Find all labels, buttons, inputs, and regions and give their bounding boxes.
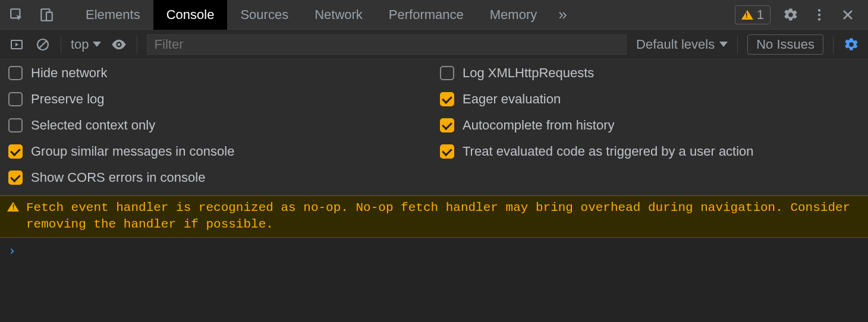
level-label: Default levels — [636, 37, 715, 52]
live-expression-icon[interactable] — [111, 36, 127, 53]
setting-label: Treat evaluated code as triggered by a u… — [463, 144, 754, 159]
setting-label: Group similar messages in console — [31, 144, 234, 159]
setting-label: Preserve log — [31, 91, 105, 107]
setting-show-cors-errors[interactable]: Show CORS errors in console — [8, 170, 428, 185]
setting-autocomplete-history[interactable]: Autocomplete from history — [440, 118, 860, 133]
tab-label: Console — [166, 7, 215, 23]
svg-point-5 — [818, 18, 820, 20]
setting-group-similar[interactable]: Group similar messages in console — [8, 144, 428, 159]
svg-rect-2 — [46, 12, 52, 20]
tab-network[interactable]: Network — [301, 0, 376, 30]
tabbar-right: 1 — [735, 5, 868, 24]
svg-line-11 — [39, 41, 46, 48]
prompt-symbol: › — [8, 244, 16, 258]
tab-elements[interactable]: Elements — [73, 0, 153, 30]
toolbar-separator — [833, 36, 834, 53]
setting-log-xhr[interactable]: Log XMLHttpRequests — [440, 65, 860, 81]
warning-count: 1 — [757, 7, 764, 23]
tab-label: Network — [315, 7, 363, 23]
devtools-tabbar: Elements Console Sources Network Perform… — [0, 0, 868, 30]
tab-label: Memory — [490, 7, 537, 23]
tab-sources[interactable]: Sources — [227, 0, 301, 30]
tab-memory[interactable]: Memory — [477, 0, 550, 30]
toolbar-separator — [737, 36, 738, 53]
warning-text: Fetch event handler is recognized as no-… — [26, 200, 860, 233]
setting-eager-evaluation[interactable]: Eager evaluation — [440, 91, 860, 107]
checkbox-icon — [8, 118, 23, 132]
tab-overflow-button[interactable]: » — [550, 0, 575, 30]
issues-button[interactable]: No Issues — [747, 34, 823, 55]
setting-label: Hide network — [31, 65, 107, 81]
toolbar-separator — [137, 36, 137, 53]
settings-gear-icon[interactable] — [782, 7, 799, 23]
tab-console[interactable]: Console — [153, 0, 228, 30]
toolbar-separator — [61, 36, 61, 53]
tabbar-left-icons — [0, 7, 55, 23]
setting-label: Autocomplete from history — [463, 118, 615, 133]
log-level-selector[interactable]: Default levels — [636, 37, 728, 52]
svg-point-4 — [818, 13, 820, 15]
chevron-down-icon — [719, 42, 728, 47]
inspect-element-icon[interactable] — [8, 7, 25, 23]
setting-selected-context-only[interactable]: Selected context only — [8, 118, 428, 133]
tab-label: Sources — [240, 7, 288, 23]
setting-preserve-log[interactable]: Preserve log — [8, 91, 428, 107]
kebab-menu-icon[interactable] — [811, 7, 828, 23]
device-toolbar-icon[interactable] — [38, 7, 55, 23]
console-toolbar: top Default levels No Issues — [0, 30, 868, 59]
warnings-count-badge[interactable]: 1 — [735, 5, 770, 24]
checkbox-icon — [8, 92, 23, 106]
close-devtools-icon[interactable] — [839, 7, 856, 23]
filter-input[interactable] — [147, 34, 627, 55]
context-label: top — [71, 37, 89, 52]
warning-icon — [741, 10, 753, 20]
console-prompt[interactable]: › — [0, 238, 868, 264]
console-settings-gear-icon[interactable] — [843, 36, 860, 53]
setting-label: Eager evaluation — [463, 91, 561, 107]
checkbox-icon — [440, 144, 454, 159]
svg-point-3 — [818, 9, 820, 11]
console-settings-panel: Hide network Log XMLHttpRequests Preserv… — [0, 59, 868, 195]
checkbox-icon — [440, 92, 454, 106]
checkbox-icon — [8, 171, 23, 185]
tab-performance[interactable]: Performance — [376, 0, 477, 30]
overflow-symbol: » — [558, 5, 567, 24]
execution-context-selector[interactable]: top — [71, 37, 101, 52]
setting-hide-network[interactable]: Hide network — [8, 65, 428, 81]
setting-user-gesture[interactable]: Treat evaluated code as triggered by a u… — [440, 144, 860, 159]
clear-console-icon[interactable] — [34, 36, 51, 53]
issues-label: No Issues — [756, 37, 814, 52]
checkbox-icon — [440, 118, 454, 132]
console-warning-message[interactable]: Fetch event handler is recognized as no-… — [0, 195, 868, 238]
setting-label: Log XMLHttpRequests — [463, 65, 594, 81]
tab-label: Elements — [86, 7, 140, 23]
checkbox-icon — [440, 66, 454, 80]
setting-label: Selected context only — [31, 118, 155, 133]
tabs-container: Elements Console Sources Network Perform… — [73, 0, 575, 30]
checkbox-icon — [8, 144, 23, 159]
warning-icon — [7, 202, 19, 211]
toggle-sidebar-icon[interactable] — [8, 36, 25, 53]
tab-label: Performance — [389, 7, 464, 23]
svg-marker-9 — [15, 43, 18, 46]
chevron-down-icon — [93, 42, 101, 47]
setting-label: Show CORS errors in console — [31, 170, 205, 185]
checkbox-icon — [8, 66, 23, 80]
